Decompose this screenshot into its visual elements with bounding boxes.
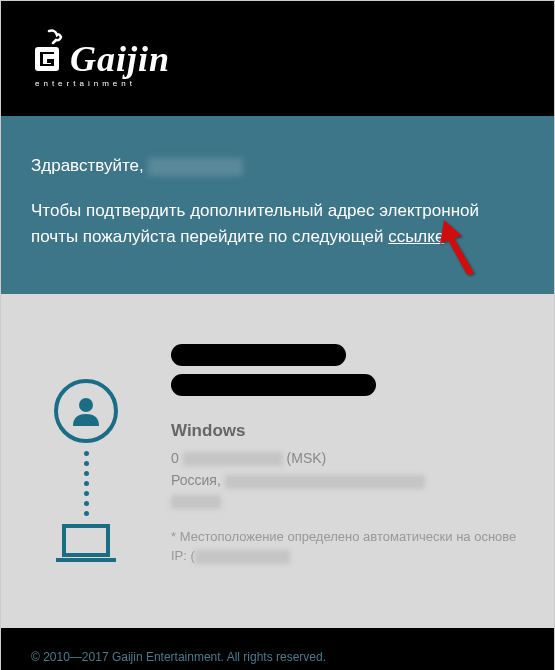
message-section: Здравствуйте, Чтобы подтвердить дополнит… xyxy=(1,116,554,294)
user-circle-icon xyxy=(54,379,118,443)
os-title: Windows xyxy=(171,421,524,441)
instruction-text: Чтобы подтвердить дополнительный адрес э… xyxy=(31,198,524,249)
date-prefix: 0 xyxy=(171,450,179,466)
copyright-text: © 2010—2017 Gaijin Entertainment. All ri… xyxy=(31,650,524,664)
info-section: Windows 0 (MSK) Россия, * Местоположение… xyxy=(1,294,554,628)
gaijin-logo-icon xyxy=(31,29,66,77)
email-header: Gaijin entertainment xyxy=(1,1,554,116)
details-column: Windows 0 (MSK) Россия, * Местоположение… xyxy=(141,344,524,568)
details-box: Windows 0 (MSK) Россия, * Местоположение… xyxy=(171,421,524,566)
svg-rect-2 xyxy=(64,526,108,555)
logo: Gaijin entertainment xyxy=(31,29,170,88)
redacted-recipient-name xyxy=(148,158,243,176)
redacted-location-1 xyxy=(225,475,425,489)
greeting-prefix: Здравствуйте, xyxy=(31,156,148,175)
redacted-bar-1 xyxy=(171,344,346,366)
date-line: 0 (MSK) xyxy=(171,447,524,469)
connection-dots-icon xyxy=(84,451,89,516)
redacted-location-2 xyxy=(171,495,221,509)
disclaimer-text: * Местоположение определено автоматическ… xyxy=(171,527,524,566)
tz-label: (MSK) xyxy=(287,450,327,466)
svg-rect-3 xyxy=(56,558,116,562)
greeting-line: Здравствуйте, xyxy=(31,156,524,176)
email-footer: © 2010—2017 Gaijin Entertainment. All ri… xyxy=(1,628,554,670)
email-container: Gaijin entertainment Здравствуйте, Чтобы… xyxy=(0,0,555,670)
laptop-icon xyxy=(54,524,118,568)
logo-subtitle: entertainment xyxy=(35,79,170,88)
redacted-date xyxy=(183,452,283,466)
redacted-bar-2 xyxy=(171,374,376,396)
logo-text: Gaijin xyxy=(70,41,170,77)
location-line: Россия, xyxy=(171,469,524,508)
confirmation-link[interactable]: ссылке xyxy=(388,227,444,246)
redacted-ip xyxy=(195,550,290,564)
country-label: Россия, xyxy=(171,472,225,488)
icon-column xyxy=(31,344,141,568)
svg-point-1 xyxy=(79,398,93,412)
